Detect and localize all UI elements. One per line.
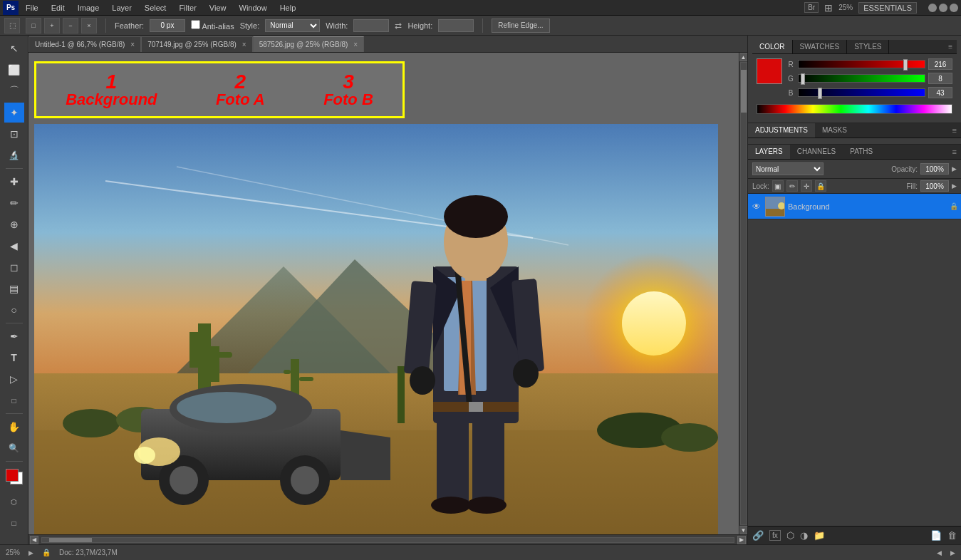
antialias-checkbox[interactable] bbox=[191, 20, 200, 29]
color-spectrum-bar[interactable] bbox=[757, 104, 952, 114]
vscroll-up-arrow[interactable]: ▲ bbox=[739, 53, 748, 61]
text-tool[interactable]: T bbox=[4, 348, 24, 368]
canvas-vertical-scrollbar[interactable]: ▲ ▼ bbox=[739, 53, 747, 534]
tab-adjustments[interactable]: ADJUSTMENTS bbox=[748, 123, 815, 138]
pen-tool[interactable]: ✒ bbox=[4, 326, 24, 346]
height-input[interactable] bbox=[438, 19, 474, 32]
rect-marquee-opt[interactable]: □ bbox=[26, 18, 41, 33]
menu-image[interactable]: Image bbox=[75, 2, 103, 14]
rect-marquee-tool[interactable]: ⬜ bbox=[4, 60, 24, 80]
screen-mode-btn[interactable]: □ bbox=[4, 513, 24, 533]
arrange-icon[interactable]: ⊞ bbox=[824, 2, 833, 14]
width-input[interactable] bbox=[353, 19, 389, 32]
menu-help[interactable]: Help bbox=[277, 2, 299, 14]
minimize-btn[interactable] bbox=[928, 4, 937, 12]
tab-paths[interactable]: PATHS bbox=[843, 145, 880, 159]
r-slider-track[interactable] bbox=[798, 60, 925, 68]
maximize-btn[interactable] bbox=[939, 4, 947, 12]
link-layers-icon[interactable]: 🔗 bbox=[752, 530, 764, 541]
quick-select-tool[interactable]: ✦ bbox=[4, 103, 24, 123]
fill-input[interactable] bbox=[920, 180, 949, 192]
horizontal-scrollbar[interactable]: ◀ ▶ bbox=[28, 534, 747, 544]
hscroll-left-arrow[interactable]: ◀ bbox=[30, 536, 38, 544]
blend-mode-select[interactable]: Normal Multiply Screen Overlay bbox=[752, 162, 824, 175]
close-btn[interactable] bbox=[950, 4, 958, 12]
foreground-color-swatch[interactable] bbox=[6, 469, 19, 482]
vscroll-track[interactable] bbox=[740, 62, 747, 525]
zoom-arrow[interactable]: ▶ bbox=[28, 549, 33, 556]
g-value-input[interactable] bbox=[928, 73, 952, 84]
move-tool[interactable]: ↖ bbox=[4, 38, 24, 58]
r-value-input[interactable] bbox=[928, 58, 952, 70]
layers-panel-menu[interactable]: ≡ bbox=[948, 145, 961, 159]
tool-options-icon[interactable]: ⬚ bbox=[4, 18, 20, 33]
tab-707149[interactable]: 707149.jpg @ 25% (RGB/8) × bbox=[141, 36, 253, 52]
color-swatches[interactable] bbox=[4, 467, 24, 487]
layer-background[interactable]: 👁 Background 🔒 bbox=[748, 194, 961, 219]
eraser-tool[interactable]: ◻ bbox=[4, 257, 24, 277]
path-select-tool[interactable]: ▷ bbox=[4, 369, 24, 389]
tab-styles[interactable]: STYLES bbox=[847, 40, 889, 53]
scroll-left[interactable]: ◀ bbox=[937, 549, 942, 556]
subtract-mode-opt[interactable]: − bbox=[63, 18, 78, 33]
new-layer-icon[interactable]: 📄 bbox=[930, 530, 942, 541]
adjustments-panel-menu[interactable]: ≡ bbox=[948, 123, 961, 138]
refine-edge-btn[interactable]: Refine Edge... bbox=[492, 19, 549, 33]
lock-pixels-icon[interactable]: ✏ bbox=[786, 180, 798, 192]
g-slider-track[interactable] bbox=[798, 74, 925, 83]
tab-channels[interactable]: CHANNELS bbox=[790, 145, 843, 159]
history-tool[interactable]: ◀ bbox=[4, 236, 24, 256]
color-swatch-fg[interactable] bbox=[757, 58, 782, 84]
adjustment-icon[interactable]: ◑ bbox=[800, 530, 808, 541]
b-slider-track[interactable] bbox=[798, 88, 925, 97]
lock-transparency-icon[interactable]: ▣ bbox=[772, 180, 784, 192]
menu-layer[interactable]: Layer bbox=[109, 2, 135, 14]
delete-layer-icon[interactable]: 🗑 bbox=[947, 530, 957, 541]
hscroll-track[interactable] bbox=[41, 537, 734, 543]
quick-mask-btn[interactable]: ⬡ bbox=[4, 492, 24, 512]
lock-all-icon[interactable]: 🔒 bbox=[815, 180, 826, 192]
intersect-mode-opt[interactable]: × bbox=[81, 18, 97, 33]
menu-filter[interactable]: Filter bbox=[176, 2, 199, 14]
tab-587526-close[interactable]: × bbox=[353, 41, 358, 48]
tab-707149-close[interactable]: × bbox=[242, 41, 246, 48]
swap-icon[interactable]: ⇄ bbox=[395, 21, 402, 31]
tab-587526[interactable]: 587526.jpg @ 25% (RGB/8) × bbox=[253, 36, 365, 52]
brush-tool[interactable]: ✏ bbox=[4, 193, 24, 213]
menu-edit[interactable]: Edit bbox=[48, 2, 68, 14]
tab-swatches[interactable]: SWATCHES bbox=[793, 40, 848, 53]
lock-position-icon[interactable]: ✛ bbox=[801, 180, 812, 192]
lasso-tool[interactable]: ⌒ bbox=[4, 81, 24, 101]
shape-tool[interactable]: □ bbox=[4, 390, 24, 410]
opacity-input[interactable] bbox=[920, 163, 949, 175]
menu-select[interactable]: Select bbox=[142, 2, 170, 14]
b-value-input[interactable] bbox=[928, 87, 952, 98]
tab-layers[interactable]: LAYERS bbox=[748, 145, 790, 159]
zoom-level[interactable]: 25% bbox=[6, 549, 20, 556]
vscroll-thumb[interactable] bbox=[741, 70, 747, 113]
new-group-icon[interactable]: 📁 bbox=[814, 530, 825, 541]
eyedropper-tool[interactable]: 🔬 bbox=[4, 145, 24, 165]
add-mode-opt[interactable]: + bbox=[44, 18, 60, 33]
tab-masks[interactable]: MASKS bbox=[815, 123, 854, 138]
gradient-tool[interactable]: ▤ bbox=[4, 279, 24, 299]
menu-file[interactable]: File bbox=[23, 2, 41, 14]
zoom-tool[interactable]: 🔍 bbox=[4, 438, 24, 458]
hscroll-thumb[interactable] bbox=[49, 538, 92, 542]
essentials-btn[interactable]: ESSENTIALS bbox=[858, 2, 917, 14]
hand-tool[interactable]: ✋ bbox=[4, 417, 24, 437]
menu-window[interactable]: Window bbox=[237, 2, 270, 14]
tab-untitled1[interactable]: Untitled-1 @ 66,7% (RGB/8) × bbox=[28, 36, 141, 52]
scroll-right[interactable]: ▶ bbox=[950, 549, 955, 556]
clone-tool[interactable]: ⊕ bbox=[4, 214, 24, 234]
hscroll-right-arrow[interactable]: ▶ bbox=[737, 536, 746, 544]
menu-view[interactable]: View bbox=[207, 2, 229, 14]
canvas-scroll[interactable]: 1 Background 2 Foto A 3 Foto B bbox=[28, 53, 739, 534]
bridge-icon[interactable]: Br bbox=[804, 2, 819, 13]
tab-color[interactable]: COLOR bbox=[752, 40, 793, 53]
dodge-tool[interactable]: ○ bbox=[4, 300, 24, 320]
layer-visibility-icon[interactable]: 👁 bbox=[751, 201, 762, 212]
opacity-arrow[interactable]: ▶ bbox=[952, 165, 957, 172]
healing-tool[interactable]: ✚ bbox=[4, 172, 24, 192]
style-select[interactable]: Normal Fixed Ratio Fixed Size bbox=[265, 19, 320, 32]
